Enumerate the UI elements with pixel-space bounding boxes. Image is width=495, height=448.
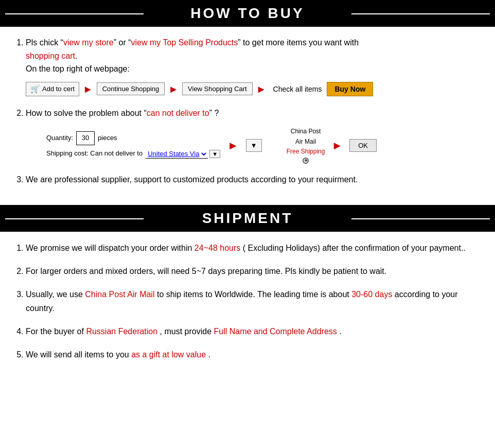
shopping-cart-link[interactable]: shopping cart xyxy=(26,51,75,60)
inline-steps-row: 🛒 Add to cert ► Continue Shopping ► View… xyxy=(26,81,481,97)
how-to-buy-item-2: How to solve the problem about “can not … xyxy=(26,107,481,164)
shipment-item-1: We promise we will dispatch your order w… xyxy=(26,241,481,255)
add-to-cart-button[interactable]: 🛒 Add to cert xyxy=(26,82,79,96)
how-to-buy-header: HOW TO BUY xyxy=(0,0,495,27)
shipment-header: SHIPMENT xyxy=(0,205,495,232)
china-post-panel: China Post Air Mail Free Shipping xyxy=(287,127,325,164)
shipping-diagram: Quantity: 30 pieces Shipping cost: Can n… xyxy=(46,127,481,164)
shipment-item-5: We will send all items to you as a gift … xyxy=(26,348,481,361)
continue-shopping-label: Continue Shopping xyxy=(102,85,160,93)
radio-button[interactable] xyxy=(303,158,309,164)
view-shopping-cart-label: View Shopping Cart xyxy=(188,85,247,93)
cart-icon: 🛒 xyxy=(30,84,40,94)
item2-before: How to solve the problem about “ xyxy=(26,109,147,117)
second-dropdown-button[interactable]: ▼ xyxy=(246,139,262,152)
shipment5-period: . xyxy=(208,350,210,359)
view-my-store-link[interactable]: view my store xyxy=(63,38,114,47)
item1-text: Pls chick “view my store” or “view my To… xyxy=(26,38,359,60)
shipment-title: SHIPMENT xyxy=(202,210,293,226)
how-to-buy-content: Pls chick “view my store” or “view my To… xyxy=(0,27,495,205)
shipment4-middle: , must provide xyxy=(160,327,211,336)
quantity-label: Quantity: xyxy=(46,133,73,144)
shipment-content: We promise we will dispatch your order w… xyxy=(0,232,495,381)
days-highlight: 30-60 days xyxy=(351,290,392,299)
shipment4-period: . xyxy=(339,327,341,336)
shipment3-before: Usually, we use xyxy=(26,290,83,299)
shipment5-before: We will send all items to you xyxy=(26,350,129,359)
item3-text: We are professional supplier, support to… xyxy=(26,175,358,184)
shipment2-text: For larger orders and mixed orders, will… xyxy=(26,267,386,275)
item1-period: . xyxy=(75,51,77,60)
item1-before: Pls chick “ xyxy=(26,38,63,47)
item2-after: ” ? xyxy=(209,109,219,117)
arrow-2-icon: ► xyxy=(168,81,179,97)
shipment-item-4: For the buyer of Russian Federation , mu… xyxy=(26,324,481,338)
buy-now-button[interactable]: Buy Now xyxy=(327,82,373,96)
shipping-cost-row: Shipping cost: Can not deliver to United… xyxy=(46,148,220,159)
country-dropdown[interactable]: United States Via xyxy=(146,149,208,159)
ok-button[interactable]: OK xyxy=(349,139,377,152)
shipment4-before: For the buyer of xyxy=(26,327,84,336)
hours-highlight: 24~48 hours xyxy=(195,244,240,252)
how-to-buy-title: HOW TO BUY xyxy=(190,5,304,21)
item1-after: ” to get more items you want with xyxy=(238,38,359,47)
shipment3-middle: to ship items to Worldwide. The leading … xyxy=(157,290,349,299)
arrow-3-icon: ► xyxy=(256,81,267,97)
add-to-cart-label: Add to cert xyxy=(42,85,75,93)
shipping-left-panel: Quantity: 30 pieces Shipping cost: Can n… xyxy=(46,131,220,159)
continue-shopping-button[interactable]: Continue Shopping xyxy=(97,82,165,95)
arrow-4-icon: ► xyxy=(227,136,239,154)
buy-now-label: Buy Now xyxy=(334,85,365,93)
air-mail-label: Air Mail xyxy=(295,137,316,147)
quantity-value: 30 xyxy=(76,131,95,145)
view-shopping-cart-button[interactable]: View Shopping Cart xyxy=(182,82,253,95)
arrow-5-icon: ► xyxy=(331,136,343,154)
item1-below: On the top right of webpage: xyxy=(26,64,130,73)
radio-inner xyxy=(305,159,307,162)
arrow-1-icon: ► xyxy=(83,81,93,97)
shipment-item-3: Usually, we use China Post Air Mail to s… xyxy=(26,287,481,315)
full-name-highlight: Full Name and Complete Address xyxy=(214,327,337,336)
dropdown-arrow-button[interactable]: ▼ xyxy=(209,150,220,158)
china-post-highlight: China Post Air Mail xyxy=(85,290,154,299)
how-to-buy-item-1: Pls chick “view my store” or “view my To… xyxy=(26,36,481,97)
free-shipping-label: Free Shipping xyxy=(287,147,325,164)
russia-highlight: Russian Federation xyxy=(86,327,157,336)
view-top-selling-link[interactable]: view my Top Selling Products xyxy=(131,38,238,47)
cannot-deliver-highlight: can not deliver to xyxy=(147,109,209,117)
shipment1-before: We promise we will dispatch your order w… xyxy=(26,244,192,252)
ok-label: OK xyxy=(358,142,368,149)
shipment-item-2: For larger orders and mixed orders, will… xyxy=(26,264,481,278)
pieces-label: pieces xyxy=(98,133,117,144)
shipping-cost-label: Shipping cost: Can not deliver to xyxy=(46,148,143,159)
how-to-buy-item-3: We are professional supplier, support to… xyxy=(26,173,481,186)
item1-middle: ” or “ xyxy=(114,38,131,47)
china-post-label: China Post xyxy=(291,127,321,136)
check-all-items-label: Check all items xyxy=(273,83,322,95)
shipment1-after: ( Excluding Holidays) after the confirma… xyxy=(243,244,466,252)
gift-highlight: as a gift at low value xyxy=(131,350,206,359)
quantity-row: Quantity: 30 pieces xyxy=(46,131,220,145)
